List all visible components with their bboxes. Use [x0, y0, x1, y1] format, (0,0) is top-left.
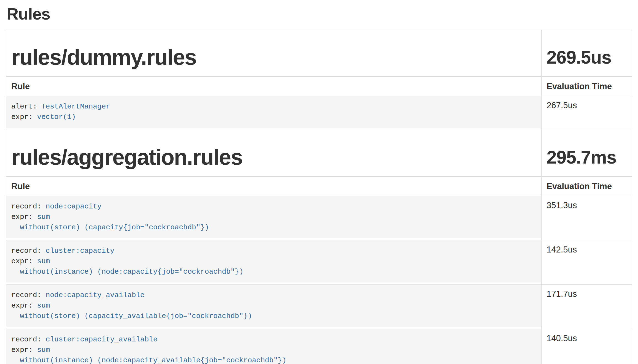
rule-group-file-cell: rules/aggregation.rules	[6, 130, 542, 177]
rules-table: rules/dummy.rules 269.5us Rule Evaluatio…	[6, 30, 632, 364]
rule-row: record: node:capacity expr: sum without(…	[6, 196, 632, 240]
rule-group-file-cell: rules/dummy.rules	[6, 30, 542, 77]
rule-code-block: record: cluster:capacity expr: sum witho…	[6, 240, 541, 282]
evaluation-time-value: 267.5us	[542, 96, 632, 130]
rule-column-header: Rule	[6, 77, 542, 96]
code-keyword: expr:	[11, 301, 37, 310]
code-link[interactable]: cluster:capacity	[46, 247, 115, 255]
code-keyword: expr:	[11, 346, 37, 354]
code-link[interactable]: without(store) (capacity{job="cockroachd…	[11, 223, 209, 232]
page-title: Rules	[7, 5, 631, 23]
rule-row: record: node:capacity_available expr: su…	[6, 285, 632, 329]
code-keyword: expr:	[11, 213, 37, 221]
rule-cell: record: cluster:capacity_available expr:…	[6, 329, 542, 364]
rule-group-heading-row: rules/dummy.rules 269.5us	[6, 30, 632, 77]
code-link[interactable]: sum	[37, 257, 50, 265]
rule-code-block: record: cluster:capacity_available expr:…	[6, 329, 541, 364]
group-evaluation-time: 269.5us	[547, 45, 627, 69]
group-evaluation-time: 295.7ms	[547, 145, 627, 169]
code-keyword: record:	[11, 202, 46, 211]
code-keyword: alert:	[11, 102, 41, 111]
rule-row: record: cluster:capacity expr: sum witho…	[6, 240, 632, 285]
rule-cell: record: node:capacity_available expr: su…	[6, 285, 542, 329]
code-link[interactable]: sum	[37, 301, 50, 310]
code-link[interactable]: cluster:capacity_available	[46, 335, 158, 344]
rule-code-block: record: node:capacity expr: sum without(…	[6, 196, 541, 238]
evaluation-time-value: 351.3us	[542, 196, 632, 240]
rule-cell: record: node:capacity expr: sum without(…	[6, 196, 542, 240]
code-link[interactable]: vector(1)	[37, 113, 76, 121]
evaluation-time-column-header: Evaluation Time	[542, 176, 632, 196]
columns-header-row: Rule Evaluation Time	[6, 77, 632, 96]
code-link[interactable]: node:capacity_available	[46, 291, 145, 299]
code-link[interactable]: TestAlertManager	[41, 102, 110, 111]
code-keyword: record:	[11, 247, 46, 255]
group-file-name: rules/aggregation.rules	[11, 145, 536, 169]
rule-cell: record: cluster:capacity expr: sum witho…	[6, 240, 542, 285]
rule-row: alert: TestAlertManager expr: vector(1) …	[6, 96, 632, 130]
rule-code-block: alert: TestAlertManager expr: vector(1)	[6, 96, 541, 128]
rule-group-heading-row: rules/aggregation.rules 295.7ms	[6, 130, 632, 177]
rules-page: Rules rules/dummy.rules 269.5us Rule Eva…	[0, 5, 638, 364]
rule-group-time-cell: 269.5us	[542, 30, 632, 77]
code-keyword: expr:	[11, 257, 37, 265]
code-link[interactable]: sum	[37, 213, 50, 221]
code-keyword: record:	[11, 335, 46, 344]
rule-row: record: cluster:capacity_available expr:…	[6, 329, 632, 364]
code-keyword: record:	[11, 291, 46, 299]
group-file-name: rules/dummy.rules	[11, 45, 536, 69]
code-link[interactable]: without(instance) (node:capacity{job="co…	[11, 268, 244, 276]
code-keyword: expr:	[11, 113, 37, 121]
evaluation-time-value: 140.5us	[542, 329, 632, 364]
columns-header-row: Rule Evaluation Time	[6, 176, 632, 196]
evaluation-time-column-header: Evaluation Time	[542, 77, 632, 96]
rules-table-body: rules/dummy.rules 269.5us Rule Evaluatio…	[6, 30, 632, 364]
rule-column-header: Rule	[6, 176, 542, 196]
code-link[interactable]: without(instance) (node:capacity_availab…	[11, 356, 286, 364]
code-link[interactable]: without(store) (capacity_available{job="…	[11, 312, 252, 320]
code-link[interactable]: node:capacity	[46, 202, 102, 211]
code-link[interactable]: sum	[37, 346, 50, 354]
rule-group-time-cell: 295.7ms	[542, 130, 632, 177]
rule-code-block: record: node:capacity_available expr: su…	[6, 285, 541, 327]
evaluation-time-value: 142.5us	[542, 240, 632, 285]
evaluation-time-value: 171.7us	[542, 285, 632, 329]
rule-cell: alert: TestAlertManager expr: vector(1)	[6, 96, 542, 130]
